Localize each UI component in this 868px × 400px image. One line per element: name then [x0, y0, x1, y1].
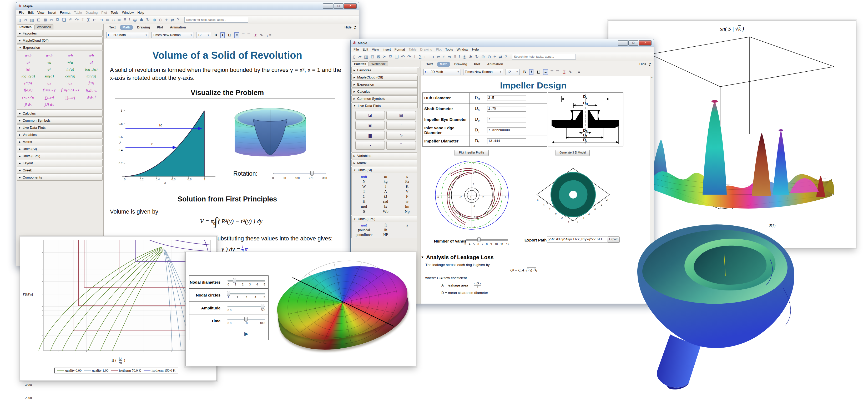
parameter-input[interactable]	[487, 106, 526, 112]
toolbar-icon[interactable]: ↷	[75, 18, 79, 22]
toolbar-icon[interactable]: ✂	[383, 54, 386, 59]
expression-template[interactable]: f(a,b)	[18, 88, 39, 93]
palette-header[interactable]: ▶Units (SI)	[17, 146, 102, 152]
style-select[interactable]: C2D Math▼	[106, 32, 149, 38]
expression-template[interactable]: f:=a→y	[39, 88, 60, 93]
context-tab[interactable]: Text	[424, 62, 436, 67]
toolbar-icon[interactable]: ◎	[133, 18, 137, 22]
help-search-input[interactable]	[184, 17, 248, 23]
close-button[interactable]: ✕	[344, 3, 357, 9]
expression-template[interactable]: a−b	[39, 53, 60, 58]
unit-button[interactable]: unit	[353, 174, 375, 179]
context-tab[interactable]: Math	[120, 25, 133, 30]
toolbar-icon[interactable]: ⌂	[112, 18, 115, 22]
toolbar-icon[interactable]: ▥	[30, 18, 34, 22]
unit-button[interactable]: W	[353, 184, 375, 189]
palette-header[interactable]: ▶Favorites	[351, 67, 420, 74]
toolbar-icon[interactable]: ⊐	[431, 54, 434, 59]
toolbar-icon[interactable]: ✱	[140, 18, 143, 22]
nodal-circles-slider[interactable]	[227, 291, 265, 296]
expression-template[interactable]: log₁₀(a)	[81, 67, 102, 72]
expression-template[interactable]: a·b	[60, 53, 81, 58]
document-area[interactable]: ▲ Volume of a Solid of Revolution A soli…	[104, 39, 359, 266]
hide-button[interactable]: Hide	[640, 62, 648, 66]
font-select[interactable]: Times New Roman▼	[463, 69, 503, 75]
sidebar-scrollbar[interactable]	[417, 68, 421, 304]
unit-button[interactable]: F	[396, 194, 418, 199]
toolbar-icon[interactable]: ⇦	[106, 18, 109, 22]
export-path-input[interactable]	[547, 236, 607, 242]
amplitude-slider[interactable]	[227, 304, 265, 309]
expression-template[interactable]: aᵇ	[18, 60, 39, 65]
toolbar-icon[interactable]: ❏	[395, 54, 399, 59]
style-select[interactable]: C2D Math▼	[424, 69, 461, 75]
palette-header[interactable]: ▶Expression	[351, 81, 420, 88]
slider-thumb[interactable]	[227, 291, 230, 296]
menu-item[interactable]: Window	[455, 48, 470, 51]
unit-button[interactable]: lb	[375, 228, 396, 232]
menu-item[interactable]: Format	[58, 11, 72, 15]
toolbar-icon[interactable]: ‼	[454, 54, 456, 59]
expression-template[interactable]: tan(a)	[81, 74, 102, 79]
expression-template[interactable]: ∫ₐᵇf dx	[39, 102, 60, 107]
slider-thumb[interactable]	[261, 304, 264, 309]
menu-item[interactable]: Help	[470, 48, 480, 51]
font-size-select[interactable]: 12▼	[505, 69, 520, 75]
collapse-arrows-icon[interactable]: ◄►	[354, 26, 356, 29]
expression-template[interactable]: f(x)|ₓ₌ₐ	[81, 88, 102, 93]
toolbar-icon[interactable]: ⧉	[56, 18, 59, 22]
menu-item[interactable]: Tools	[109, 11, 120, 15]
parameter-input[interactable]	[487, 95, 526, 101]
slider-thumb[interactable]	[310, 171, 313, 176]
toolbar-icon[interactable]: ✂	[50, 18, 53, 22]
expression-template[interactable]: a+b	[18, 53, 39, 58]
toolbar-icon[interactable]: ⊕	[482, 54, 485, 59]
expression-template[interactable]: √a	[39, 60, 60, 65]
slider-track[interactable]	[273, 173, 326, 174]
expression-template[interactable]: a!	[81, 60, 102, 65]
expression-template[interactable]: sin(a)	[39, 74, 60, 79]
live-plot-tile[interactable]: ◔	[355, 141, 385, 149]
slider-thumb[interactable]	[477, 237, 480, 242]
toolbar-icon[interactable]: ↶	[401, 54, 405, 59]
menu-item[interactable]: Table	[72, 11, 84, 15]
toolbar-icon[interactable]: ⊏	[424, 54, 428, 59]
toolbar-icon[interactable]: ◎	[463, 54, 466, 59]
align-right-icon[interactable]: ☲	[247, 33, 251, 37]
sidebar-tab[interactable]: Palettes	[352, 61, 369, 66]
time-slider[interactable]	[227, 317, 265, 321]
expression-template[interactable]: ∑ᵢ₌ₖⁿf	[39, 95, 60, 100]
expression-template[interactable]: eᵃ	[39, 67, 60, 72]
leakage-section-header[interactable]: ▼ Analysis of Leakage Loss	[421, 254, 494, 260]
unit-button[interactable]: HP	[375, 233, 396, 237]
palette-header[interactable]: ▶Variables	[351, 152, 420, 159]
membrane-3d-plot[interactable]	[270, 253, 414, 365]
palette-header[interactable]: ▶Variables	[17, 132, 102, 138]
toolbar-icon[interactable]: ⇦	[437, 54, 440, 59]
toolbar-icon[interactable]: ⧉	[389, 54, 392, 59]
menu-item[interactable]: Plot	[434, 48, 443, 51]
parameter-input[interactable]	[487, 138, 526, 144]
italic-button[interactable]: I	[529, 69, 533, 75]
plot-impeller-profile-button[interactable]: Plot Impeller Profile	[455, 150, 489, 156]
unit-button[interactable]: m	[375, 174, 396, 179]
unit-button[interactable]: Np	[396, 209, 418, 214]
align-center-icon[interactable]: ☰	[550, 70, 554, 74]
menu-item[interactable]: Drawing	[418, 48, 434, 51]
minimize-button[interactable]: —	[323, 3, 333, 9]
maximize-button[interactable]: ▢	[334, 3, 343, 9]
minimize-button[interactable]: —	[618, 40, 628, 46]
toolbar-icon[interactable]: ⊕	[153, 18, 156, 22]
menu-item[interactable]: Edit	[26, 11, 35, 15]
toolbar-icon[interactable]: ↻	[146, 18, 149, 22]
palette-header-units-si[interactable]: ▼Units (SI)	[351, 167, 420, 173]
toolbar-icon[interactable]: ❏	[62, 18, 66, 22]
section-collapse-icon[interactable]: ▼	[421, 255, 424, 259]
toolbar-icon[interactable]: ?	[505, 54, 507, 59]
unit-button[interactable]: V	[396, 189, 418, 194]
live-plot-tile[interactable]: ▆	[355, 131, 385, 140]
unit-button[interactable]: kg	[375, 179, 396, 184]
palette-header[interactable]: ▶Calculus	[351, 88, 420, 95]
document-area[interactable]: ▲ Impeller Design Hub Diameter DH	[421, 76, 654, 304]
expression-template[interactable]: f(a)	[81, 81, 102, 86]
